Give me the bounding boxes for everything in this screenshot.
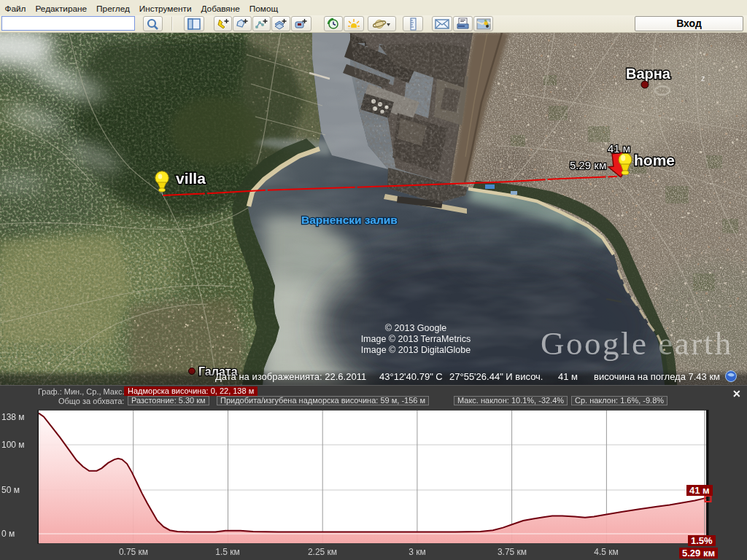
svg-text:41 м: 41 м bbox=[608, 142, 630, 155]
svg-text:home: home bbox=[634, 152, 675, 168]
svg-text:Дата на изображенията: 22.6.20: Дата на изображенията: 22.6.2011 bbox=[215, 371, 366, 382]
svg-text:Google earth: Google earth bbox=[541, 325, 733, 362]
svg-text:Варна: Варна bbox=[626, 66, 671, 82]
svg-text:Image © 2013 TerraMetrics: Image © 2013 TerraMetrics bbox=[361, 334, 471, 344]
svg-text:5.29 км: 5.29 км bbox=[570, 159, 606, 171]
svg-text:z: z bbox=[701, 74, 705, 82]
svg-text:27°55'26.44" И височ.: 27°55'26.44" И височ. bbox=[449, 371, 543, 382]
svg-text:Варненски залив: Варненски залив bbox=[301, 214, 398, 226]
svg-text:© 2013 Google: © 2013 Google bbox=[385, 323, 446, 333]
svg-text:villa: villa bbox=[176, 170, 206, 187]
svg-text:височина на погледа 7.43 км: височина на погледа 7.43 км bbox=[594, 371, 720, 382]
svg-text:Image © 2013 DigitalGlobe: Image © 2013 DigitalGlobe bbox=[361, 345, 471, 355]
svg-text:41 м: 41 м bbox=[558, 371, 578, 382]
svg-text:43°12'40.79" С: 43°12'40.79" С bbox=[379, 371, 443, 382]
